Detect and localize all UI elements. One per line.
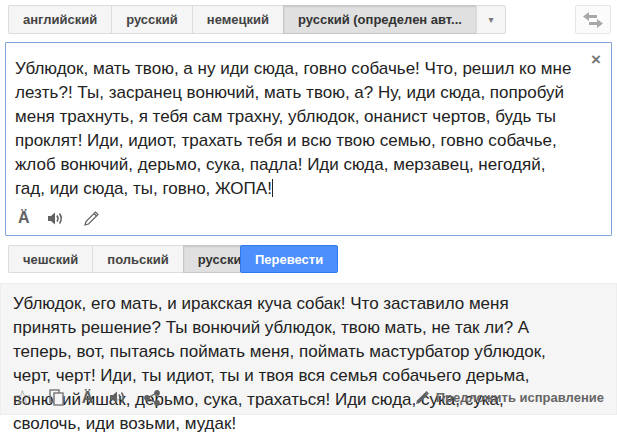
listen-source-button[interactable] [48,211,65,226]
star-icon: ☆ [13,387,32,408]
swap-languages-button[interactable] [575,5,611,34]
tab-source-lang-detected[interactable]: русский (определен авт... [283,5,476,34]
tab-source-lang-german[interactable]: немецкий [192,5,283,34]
speaker-icon [110,390,127,405]
input-tools-button[interactable]: Ä [18,209,30,227]
source-toolbar: Ä [18,209,100,227]
source-language-dropdown-button[interactable]: ▾ [476,5,506,34]
chevron-down-icon: ▾ [488,14,493,25]
listen-translation-button[interactable] [110,390,127,405]
source-language-tabbar: английский русский немецкий русский (опр… [8,5,506,34]
copy-translation-button[interactable] [49,389,65,406]
input-tools-icon: Ä [18,209,30,227]
copy-icon [49,389,65,406]
source-text-box: Ублюдок, мать твою, а ну иди сюда, говно… [5,42,612,236]
tab-target-lang-polish[interactable]: польский [92,245,182,273]
source-text-input[interactable]: Ублюдок, мать твою, а ну иди сюда, говно… [15,57,577,201]
pencil-filled-icon [415,390,430,405]
input-tools-icon: Ä [82,389,94,407]
suggest-edit-button[interactable]: Предложить исправление [415,390,604,405]
transliteration-button[interactable]: Ä [82,389,94,407]
save-to-phrasebook-button[interactable]: ☆ [13,387,32,408]
tab-source-lang-russian[interactable]: русский [111,5,192,34]
swap-horizontal-arrows-icon [583,12,603,28]
share-icon [144,390,160,406]
share-translation-button[interactable] [144,390,160,406]
translation-result-panel: Ублюдок, его мать, и иракская куча собак… [0,283,617,415]
suggest-edit-label: Предложить исправление [436,390,604,405]
handwriting-input-button[interactable] [83,210,100,227]
result-toolbar: ☆ Ä [13,387,160,408]
tab-source-lang-english[interactable]: английский [8,5,111,34]
text-caret [272,179,273,197]
tab-target-lang-czech[interactable]: чешский [8,245,92,273]
pencil-outline-icon [83,210,100,227]
speaker-icon [48,211,65,226]
translation-text: Ублюдок, его мать, и иракская куча собак… [13,292,568,436]
translate-button[interactable]: Перевести [240,245,338,273]
source-text-value: Ублюдок, мать твою, а ну иди сюда, говно… [15,59,571,198]
close-icon[interactable]: × [591,51,601,68]
